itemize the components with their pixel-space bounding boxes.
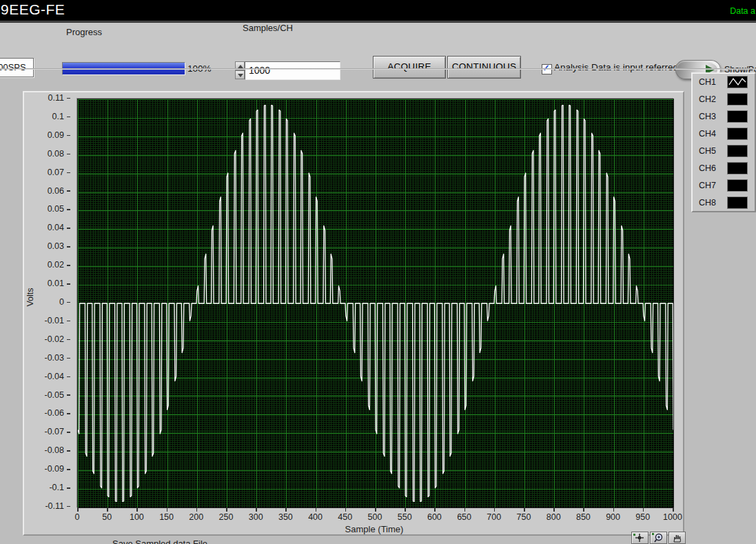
x-tick-mark <box>494 507 496 512</box>
toolbar-divider <box>0 68 756 70</box>
save-data-file-label[interactable]: Save Sampled data File <box>112 538 207 544</box>
channel-label: CH2 <box>699 94 716 104</box>
x-tick-label: 900 <box>598 512 629 522</box>
x-tick-label: 600 <box>419 512 449 522</box>
waveform-icon <box>728 77 747 88</box>
continuous-button[interactable]: CONTINUOUS <box>447 56 521 79</box>
x-tick-label: 750 <box>509 512 539 522</box>
x-tick-mark <box>256 507 257 512</box>
x-tick-mark <box>613 507 615 512</box>
channel-plot-swatch[interactable] <box>727 162 748 174</box>
down-arrow-icon <box>238 74 243 77</box>
x-tick-mark <box>464 507 466 512</box>
y-tick-mark <box>67 117 70 118</box>
x-tick-mark <box>226 507 227 512</box>
channel-label: CH8 <box>699 198 716 208</box>
graph-palette <box>631 532 686 544</box>
y-tick-mark <box>67 321 70 322</box>
hand-icon <box>669 532 685 543</box>
y-tick-mark <box>67 302 70 303</box>
title-bar: 9EEG-FE Data a <box>0 0 756 21</box>
legend-row-ch4: CH4 <box>693 125 755 143</box>
y-tick-mark <box>67 413 70 414</box>
y-tick-mark <box>67 506 70 507</box>
y-tick-label: -0.08 <box>28 445 70 455</box>
x-tick-mark <box>345 507 347 512</box>
x-tick-mark <box>316 507 317 512</box>
legend-row-ch3: CH3 <box>693 108 755 125</box>
zoom-tool-button[interactable] <box>650 532 667 544</box>
y-tick-label: -0.02 <box>28 334 70 344</box>
y-tick-label: -0.05 <box>28 390 70 400</box>
y-tick-label: 0.1 <box>28 112 70 121</box>
sample-rate-select[interactable]: 000SPS <box>0 58 34 77</box>
x-tick-mark <box>167 507 168 512</box>
legend-row-ch5: CH5 <box>693 143 755 160</box>
x-tick-label: 500 <box>360 512 390 522</box>
y-tick-mark <box>67 246 70 248</box>
y-tick-mark <box>67 450 70 452</box>
channel-plot-swatch[interactable] <box>727 93 748 105</box>
x-tick-label: 550 <box>389 512 420 522</box>
x-tick-label: 300 <box>241 512 271 522</box>
y-tick-mark <box>67 98 70 99</box>
y-tick-label: -0.09 <box>28 464 70 474</box>
y-tick-label: 0.09 <box>28 130 70 140</box>
channel-label: CH4 <box>699 129 716 139</box>
channel-plot-swatch[interactable] <box>727 145 748 157</box>
legend-row-ch7: CH7 <box>693 177 755 194</box>
channel-label: CH7 <box>699 181 716 190</box>
x-tick-label: 850 <box>568 512 598 522</box>
y-tick-label: -0.06 <box>28 408 70 418</box>
x-tick-label: 650 <box>449 512 480 522</box>
y-tick-label: -0.07 <box>28 427 70 436</box>
x-tick-label: 950 <box>628 512 658 522</box>
waveform-graph[interactable] <box>77 99 674 508</box>
y-tick-mark <box>67 135 70 137</box>
x-tick-mark <box>643 507 644 512</box>
legend-row-ch2: CH2 <box>693 91 755 108</box>
cursor-tool-button[interactable] <box>631 532 648 544</box>
status-message: Data a <box>730 6 755 16</box>
spinner-down-button[interactable] <box>235 70 245 79</box>
channel-plot-swatch[interactable] <box>727 110 748 123</box>
channel-plot-swatch[interactable] <box>727 179 748 192</box>
x-tick-mark <box>583 507 584 512</box>
y-tick-label: 0.03 <box>28 241 70 251</box>
magnifier-icon <box>651 532 666 543</box>
x-tick-label: 1000 <box>657 512 688 522</box>
pan-tool-button[interactable] <box>668 532 686 544</box>
y-tick-mark <box>67 228 70 229</box>
y-tick-label: 0.02 <box>28 260 70 270</box>
x-tick-label: 50 <box>92 512 122 522</box>
channel-plot-swatch[interactable] <box>727 76 748 88</box>
progress-label: Progress <box>66 27 102 37</box>
y-tick-label: 0.08 <box>28 149 70 159</box>
y-tick-mark <box>67 209 70 210</box>
channel-label: CH1 <box>699 77 716 87</box>
x-tick-label: 0 <box>62 512 92 522</box>
y-tick-mark <box>67 339 70 341</box>
x-tick-mark <box>77 507 79 512</box>
y-tick-label: 0.05 <box>28 204 70 214</box>
y-tick-mark <box>67 154 70 155</box>
legend-row-ch1: CH1 <box>693 74 755 91</box>
x-tick-label: 150 <box>152 512 182 522</box>
y-tick-mark <box>67 265 70 266</box>
samples-per-ch-input[interactable]: 1000 <box>245 61 340 80</box>
acquire-button[interactable]: ACQUIRE <box>373 56 446 79</box>
x-tick-mark <box>434 507 436 512</box>
y-tick-label: -0.03 <box>28 353 70 363</box>
y-tick-label: 0.11 <box>28 93 70 103</box>
y-tick-mark <box>67 376 70 378</box>
x-tick-label: 450 <box>330 512 360 522</box>
x-tick-label: 700 <box>479 512 509 522</box>
x-tick-mark <box>524 507 525 512</box>
y-tick-mark <box>67 358 70 359</box>
y-tick-label: -0.11 <box>28 501 70 511</box>
x-tick-label: 400 <box>300 512 331 522</box>
channel-plot-swatch[interactable] <box>727 128 748 140</box>
channel-plot-swatch[interactable] <box>727 197 748 209</box>
analysis-checkbox-label: Analysis Data is input referred <box>554 62 678 72</box>
x-tick-mark <box>136 507 138 512</box>
